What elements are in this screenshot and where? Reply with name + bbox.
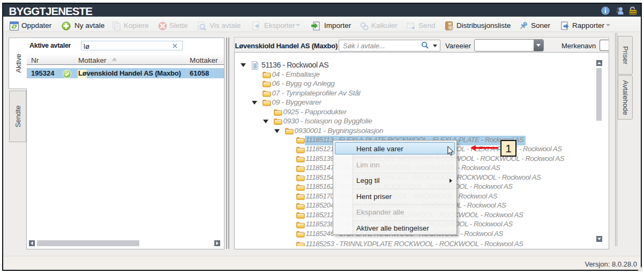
svg-text:@: @ — [448, 25, 453, 31]
